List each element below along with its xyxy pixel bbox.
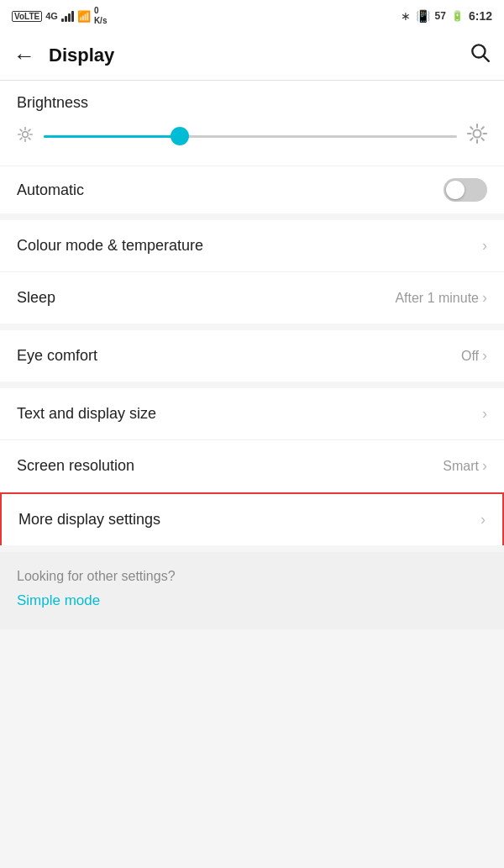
colour-mode-item[interactable]: Colour mode & temperature › [0, 220, 504, 272]
chevron-right-icon: › [482, 457, 487, 475]
back-button[interactable]: ← [13, 45, 35, 66]
signal-icon [61, 10, 74, 22]
simple-mode-link[interactable]: Simple mode [17, 592, 100, 608]
automatic-row: Automatic [0, 166, 504, 213]
toggle-thumb [446, 181, 465, 199]
status-left: VoLTE 4G 📶 0K/s [12, 6, 107, 26]
eye-comfort-item[interactable]: Eye comfort Off › [0, 330, 504, 381]
svg-line-9 [29, 129, 30, 131]
volte-indicator: VoLTE [12, 11, 42, 22]
svg-line-17 [481, 138, 483, 139]
brightness-label: Brightness [17, 94, 487, 112]
svg-line-19 [470, 138, 472, 139]
svg-line-7 [20, 129, 22, 131]
chevron-right-icon: › [480, 511, 486, 529]
automatic-toggle[interactable] [444, 178, 487, 202]
bluetooth-icon: ∗ [401, 9, 411, 23]
automatic-label: Automatic [17, 181, 84, 199]
chevron-right-icon: › [482, 289, 487, 307]
screen-resolution-label: Screen resolution [17, 457, 134, 475]
colour-sleep-section: Colour mode & temperature › Sleep After … [0, 220, 504, 324]
colour-mode-right: › [482, 237, 487, 255]
eye-comfort-value: Off [461, 349, 479, 364]
sleep-right: After 1 minute › [395, 289, 487, 307]
wifi-icon: 📶 [77, 10, 91, 23]
text-display-size-label: Text and display size [17, 405, 156, 423]
more-display-settings-right: › [480, 511, 486, 529]
chevron-right-icon: › [482, 405, 487, 423]
status-right: ∗ 📳 57 🔋 6:12 [401, 9, 492, 23]
colour-mode-label: Colour mode & temperature [17, 237, 203, 255]
svg-line-1 [484, 56, 489, 61]
vibrate-icon: 📳 [416, 9, 430, 23]
sleep-label: Sleep [17, 289, 55, 307]
search-button[interactable] [469, 41, 491, 69]
brightness-section: Brightness [0, 81, 504, 213]
top-bar: ← Display [0, 30, 504, 81]
sleep-item[interactable]: Sleep After 1 minute › [0, 272, 504, 324]
chevron-right-icon: › [482, 237, 487, 255]
svg-point-11 [474, 130, 481, 138]
text-display-size-item[interactable]: Text and display size › [0, 388, 504, 440]
screen-resolution-value: Smart [443, 459, 479, 474]
page-title: Display [49, 45, 469, 66]
more-display-settings-item[interactable]: More display settings › [0, 492, 504, 545]
suggestion-card: Looking for other settings? Simple mode [0, 552, 504, 629]
chevron-right-icon: › [482, 347, 487, 365]
eye-comfort-right: Off › [461, 347, 487, 365]
eye-comfort-label: Eye comfort [17, 347, 97, 365]
svg-line-16 [470, 127, 472, 129]
svg-line-18 [481, 127, 483, 129]
screen-resolution-item[interactable]: Screen resolution Smart › [0, 440, 504, 492]
svg-line-8 [29, 138, 30, 139]
text-display-size-right: › [482, 405, 487, 423]
clock: 6:12 [469, 9, 492, 23]
sun-min-icon [17, 126, 34, 147]
display-options-section: Text and display size › Screen resolutio… [0, 388, 504, 545]
eye-comfort-section: Eye comfort Off › [0, 330, 504, 381]
more-display-settings-label: More display settings [18, 511, 160, 529]
battery-icon: 🔋 [451, 10, 464, 22]
network-type: 4G [45, 11, 58, 21]
brightness-slider[interactable] [44, 128, 457, 145]
data-speed: 0K/s [94, 6, 108, 26]
sleep-value: After 1 minute [395, 291, 479, 306]
svg-point-2 [23, 131, 29, 137]
battery-level: 57 [435, 10, 446, 22]
suggestion-text: Looking for other settings? [17, 569, 487, 584]
svg-line-10 [20, 138, 22, 139]
screen-resolution-right: Smart › [443, 457, 487, 475]
status-bar: VoLTE 4G 📶 0K/s ∗ 📳 57 🔋 6:12 [0, 0, 504, 30]
sun-max-icon [467, 124, 487, 149]
